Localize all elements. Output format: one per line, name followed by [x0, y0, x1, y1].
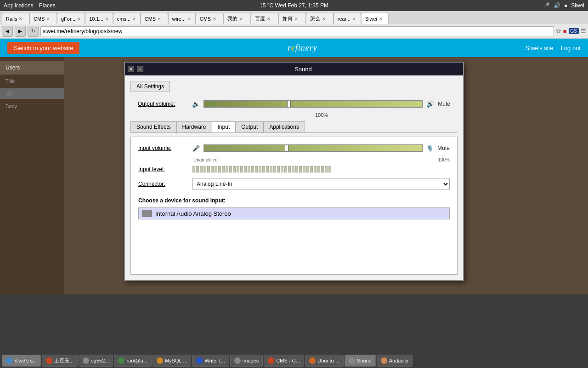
- taskbar-item-siwe[interactable]: Siwe's s...: [2, 355, 41, 367]
- tab-baidu[interactable]: 百度✕: [251, 13, 278, 24]
- taskbar-label-sg552: sg552...: [91, 358, 109, 363]
- taskbar-item-cms[interactable]: CMS - G...: [264, 355, 304, 367]
- nav-my-site[interactable]: Siwe's site: [526, 45, 554, 52]
- back-button[interactable]: ◀: [2, 26, 13, 37]
- level-bar-31: [303, 166, 305, 172]
- input-mute-button[interactable]: Mute: [437, 145, 450, 151]
- level-bar-24: [277, 166, 280, 172]
- tab-hardware[interactable]: Hardware: [176, 121, 212, 132]
- connector-select[interactable]: Analog Line-In Microphone: [192, 178, 450, 190]
- taskbar-label-tudou: 土豆无...: [54, 357, 74, 364]
- tab-rails[interactable]: Rails✕: [2, 13, 29, 24]
- level-bar-22: [270, 166, 272, 172]
- system-bar-left: Applications Places: [4, 2, 56, 9]
- input-100-label: 100%: [438, 157, 450, 162]
- taskbar-icon-ubuntu: [309, 357, 316, 364]
- nav-logout[interactable]: Log out: [561, 45, 581, 52]
- tab-sound-effects[interactable]: Sound Effects: [130, 121, 177, 132]
- connector-label: Connector:: [138, 181, 189, 187]
- taskbar-icon-sound: [349, 357, 355, 364]
- taskbar-item-write[interactable]: Write: (...: [192, 355, 229, 367]
- tab-rear[interactable]: rear...✕: [334, 13, 361, 24]
- taskbar-label-mysql: MySQL ...: [165, 358, 187, 363]
- taskbar-icon-cms: [268, 357, 274, 364]
- level-bar-2: [196, 166, 199, 172]
- taskbar-item-images[interactable]: images: [230, 355, 263, 367]
- taskbar-label-audacity: Audacity: [389, 358, 408, 363]
- taskbar-item-sound[interactable]: Sound: [345, 355, 376, 367]
- taskbar-icon-sg552: [83, 357, 89, 364]
- tab-wire[interactable]: wire...✕: [168, 13, 196, 24]
- mic-high-icon: 🎙️: [426, 145, 434, 152]
- connector-row: Connector: Analog Line-In Microphone: [138, 178, 450, 190]
- taskbar: Siwe's s... 土豆无... sg552... root@a... My…: [0, 353, 588, 368]
- level-bar-21: [266, 166, 269, 172]
- menu-icon[interactable]: ☰: [581, 28, 586, 34]
- tab-gfor[interactable]: gFor...✕: [57, 13, 85, 24]
- level-bar-8: [218, 166, 221, 172]
- taskbar-item-ubuntu[interactable]: Ubuntu ...: [305, 355, 344, 367]
- tab-zenme[interactable]: 怎么✕: [306, 13, 334, 24]
- input-volume-row: Input volume: 🎤 🎙️ Mute: [138, 144, 450, 152]
- taskbar-icon-siwe: [6, 357, 12, 364]
- input-level-row: Input level:: [138, 166, 450, 172]
- level-bar-32: [306, 166, 309, 172]
- tab-input[interactable]: Input: [212, 121, 236, 132]
- bookmark-icon[interactable]: ☆: [556, 28, 561, 34]
- device-item-internal-audio[interactable]: Internal Audio Analog Stereo: [138, 207, 450, 219]
- tab-cms4[interactable]: CMS✕: [196, 13, 223, 24]
- level-bar-10: [226, 166, 228, 172]
- taskbar-label-ubuntu: Ubuntu ...: [317, 358, 339, 363]
- places-menu[interactable]: Places: [39, 2, 56, 9]
- tab-all-settings[interactable]: All Settings: [130, 81, 170, 92]
- applications-menu[interactable]: Applications: [4, 2, 34, 9]
- taskbar-label-images: images: [243, 358, 259, 363]
- tab-ruhe[interactable]: 如何✕: [278, 13, 306, 24]
- level-bar-4: [204, 166, 206, 172]
- choose-device-label: Choose a device for sound input:: [138, 197, 450, 204]
- level-bar-37: [325, 166, 328, 172]
- level-bar-7: [215, 166, 217, 172]
- gs-icon[interactable]: GS: [569, 28, 579, 34]
- tab-wode[interactable]: 我的✕: [223, 13, 251, 24]
- input-slider-container[interactable]: [204, 144, 423, 152]
- tab-cms2[interactable]: cms...✕: [113, 13, 141, 24]
- taskbar-item-audacity[interactable]: Audacity: [377, 355, 413, 367]
- switch-to-website-button[interactable]: Switch to your website: [7, 42, 79, 54]
- level-bar-27: [288, 166, 291, 172]
- taskbar-item-sg552[interactable]: sg552...: [79, 355, 113, 367]
- refinery-nav: Siwe's site Log out: [526, 45, 581, 52]
- tab-output[interactable]: Output: [235, 121, 264, 132]
- output-volume-slider-container[interactable]: [204, 99, 423, 109]
- taskbar-label-cms: CMS - G...: [276, 358, 300, 363]
- browser-action-icon[interactable]: ■: [563, 28, 567, 34]
- mic-icon: 🎤: [543, 2, 550, 9]
- taskbar-item-root[interactable]: root@a...: [114, 355, 151, 367]
- taskbar-label-root: root@a...: [126, 358, 147, 363]
- unamplified-label: Unamplified: [193, 157, 218, 162]
- input-level-label: Input level:: [138, 166, 189, 172]
- tab-10[interactable]: 10.1...✕: [85, 13, 113, 24]
- output-mute-button[interactable]: Mute: [438, 101, 450, 107]
- volume-icon[interactable]: 🔊: [554, 2, 560, 9]
- taskbar-item-tudou[interactable]: 土豆无...: [42, 355, 78, 367]
- tab-cms3[interactable]: CMS✕: [141, 13, 168, 24]
- level-bar-28: [292, 166, 294, 172]
- level-bar-1: [192, 166, 195, 172]
- forward-button[interactable]: ▶: [15, 26, 26, 37]
- device-icon: [142, 210, 152, 217]
- taskbar-item-mysql[interactable]: MySQL ...: [153, 355, 192, 367]
- input-volume-thumb[interactable]: [285, 145, 288, 151]
- reload-button[interactable]: ↻: [28, 26, 39, 37]
- refinery-logo: refinery: [288, 43, 317, 53]
- tab-cms1[interactable]: CMS✕: [29, 13, 57, 24]
- output-volume-thumb[interactable]: [287, 101, 291, 107]
- dialog-minimize-button[interactable]: −: [137, 66, 143, 72]
- tab-applications[interactable]: Applications: [263, 121, 305, 132]
- taskbar-icon-images: [234, 357, 241, 364]
- refinery-bar: Switch to your website refinery Siwe's s…: [0, 39, 588, 57]
- address-bar[interactable]: [40, 26, 554, 36]
- level-bar-23: [273, 166, 276, 172]
- tab-siwei[interactable]: Siwei✕: [361, 13, 389, 24]
- dialog-close-button[interactable]: ✕: [128, 66, 134, 72]
